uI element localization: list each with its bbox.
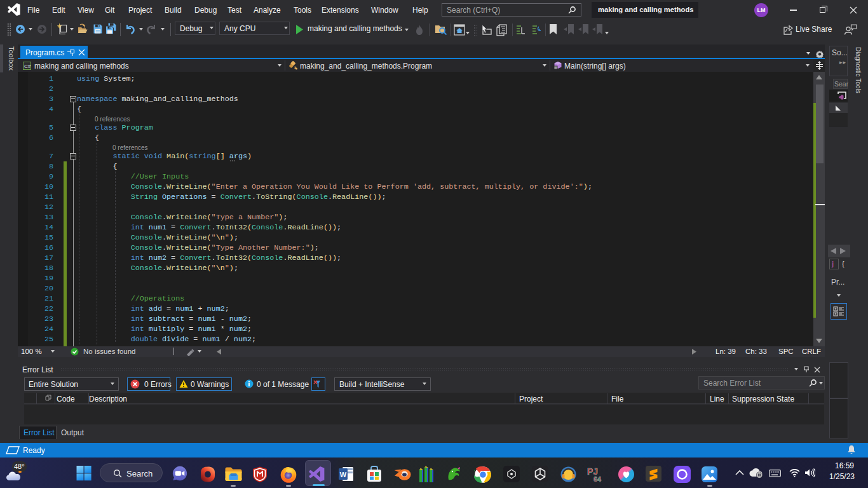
svg-text:W: W [340, 471, 347, 478]
svg-text:64: 64 [593, 475, 602, 483]
